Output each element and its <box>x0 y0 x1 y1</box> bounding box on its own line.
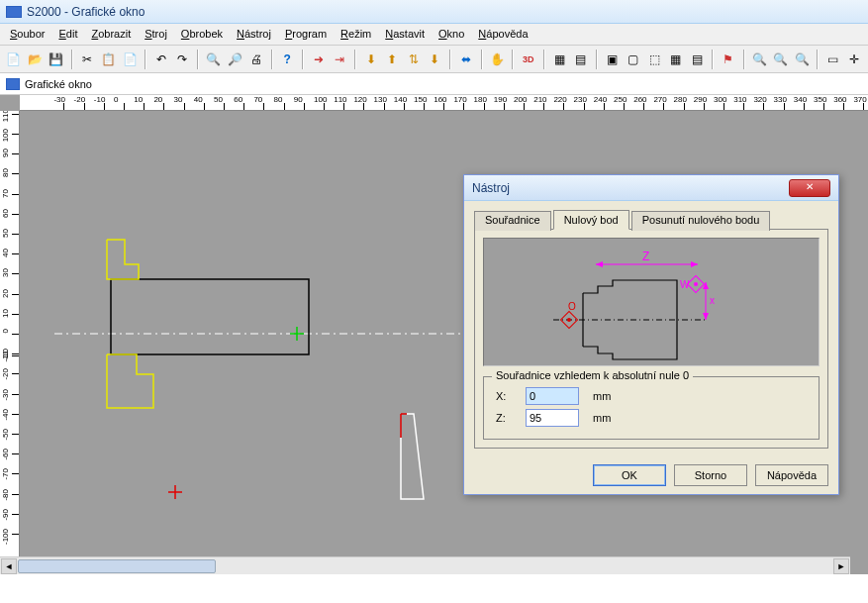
app-title: S2000 - Grafické okno <box>27 5 145 19</box>
open-icon[interactable]: 📂 <box>26 49 46 70</box>
svg-point-13 <box>694 282 698 286</box>
menu-program[interactable]: Program <box>279 26 333 43</box>
findnext-icon[interactable]: 🔎 <box>226 49 245 70</box>
panel2-icon[interactable]: ▢ <box>624 49 643 70</box>
z-label: Z: <box>496 412 516 424</box>
separator <box>481 50 483 69</box>
diagram-box: Z W x O <box>483 238 820 366</box>
toolbar: 📄 📂 💾 ✂ 📋 📄 ↶ ↷ 🔍 🔎 🖨 ? ➜ ⇥ ⬇ ⬆ ⇅ ⬇ ⬌ ✋ … <box>0 46 868 73</box>
menu-file[interactable]: Soubor <box>4 26 50 43</box>
paste-icon[interactable]: 📄 <box>121 49 141 70</box>
panel3-icon[interactable]: ⬚ <box>645 49 665 70</box>
group-legend: Souřadnice vzhledem k absolutní nule 0 <box>492 369 693 381</box>
o-label: O <box>568 301 576 312</box>
window-icon[interactable]: ▭ <box>823 49 843 70</box>
svg-marker-16 <box>703 313 709 320</box>
view2-icon[interactable]: ▤ <box>571 49 591 70</box>
panel4-icon[interactable]: ▦ <box>666 49 686 70</box>
step3-icon[interactable]: ⇅ <box>404 49 424 70</box>
view1-icon[interactable]: ▦ <box>550 49 570 70</box>
separator <box>596 50 598 69</box>
tool-dialog: Nástroj ✕ Souřadnice Nulový bod Posunutí… <box>463 174 839 495</box>
zoomfit-icon[interactable]: 🔍 <box>793 49 813 70</box>
step2-icon[interactable]: ⬆ <box>383 49 403 70</box>
tab-coordinates[interactable]: Souřadnice <box>474 211 551 231</box>
arrow-in-icon[interactable]: ➜ <box>309 49 329 70</box>
scroll-thumb[interactable] <box>18 559 216 573</box>
dialog-buttons: OK Storno Nápověda <box>464 456 838 494</box>
separator <box>543 50 545 69</box>
menu-window[interactable]: Okno <box>433 26 470 43</box>
zoomin-icon[interactable]: 🔍 <box>750 49 770 70</box>
scroll-left-arrow[interactable]: ◄ <box>1 558 17 574</box>
x-unit: mm <box>593 390 611 402</box>
redo-icon[interactable]: ↷ <box>173 49 193 70</box>
flag-icon[interactable]: ⚑ <box>719 49 738 70</box>
hand-icon[interactable]: ✋ <box>488 49 508 70</box>
separator <box>197 50 199 69</box>
menu-mode[interactable]: Režim <box>335 26 377 43</box>
separator <box>354 50 356 69</box>
x-label: X: <box>496 390 516 402</box>
step4-icon[interactable]: ⬇ <box>426 49 445 70</box>
cut-icon[interactable]: ✂ <box>78 49 98 70</box>
svg-point-19 <box>567 318 571 322</box>
3d-icon[interactable]: 3D <box>519 49 538 70</box>
svg-rect-1 <box>111 279 309 354</box>
dialog-body: Souřadnice Nulový bod Posunutí nulového … <box>464 201 838 456</box>
copy-icon[interactable]: 📋 <box>99 49 119 70</box>
menu-machine[interactable]: Stroj <box>139 26 173 43</box>
find-icon[interactable]: 🔍 <box>204 49 224 70</box>
ruler-vertical: -110102030405060708090100110-10-20-30-40… <box>0 111 20 574</box>
scroll-right-arrow[interactable]: ► <box>833 558 849 574</box>
separator <box>743 50 745 69</box>
menu-tool[interactable]: Nástroj <box>231 26 277 43</box>
help-button[interactable]: Nápověda <box>755 464 828 486</box>
titlebar: S2000 - Grafické okno <box>0 0 868 24</box>
insert-icon[interactable]: ⬌ <box>456 49 476 70</box>
tab-content: Z W x O Souřadnice vzhledem k <box>474 230 828 449</box>
undo-icon[interactable]: ↶ <box>151 49 171 70</box>
help-icon[interactable]: ? <box>278 49 298 70</box>
print-icon[interactable]: 🖨 <box>246 49 266 70</box>
menu-view[interactable]: Zobrazit <box>85 26 137 43</box>
zoomout-icon[interactable]: 🔍 <box>771 49 791 70</box>
x-input[interactable] <box>526 387 579 405</box>
crosshair-icon[interactable]: ✛ <box>845 49 865 70</box>
panel1-icon[interactable]: ▣ <box>603 49 623 70</box>
dialog-titlebar[interactable]: Nástroj ✕ <box>464 175 838 201</box>
dialog-title-text: Nástroj <box>472 181 510 195</box>
new-icon[interactable]: 📄 <box>4 49 24 70</box>
separator <box>449 50 451 69</box>
save-icon[interactable]: 💾 <box>47 49 66 70</box>
panel5-icon[interactable]: ▤ <box>688 49 708 70</box>
menu-help[interactable]: Nápověda <box>472 26 533 43</box>
tab-zero-point[interactable]: Nulový bod <box>553 210 629 230</box>
arrow-box-icon[interactable]: ⇥ <box>331 49 350 70</box>
ok-button[interactable]: OK <box>593 464 666 486</box>
doc-title: Grafické okno <box>25 78 92 90</box>
z-input[interactable] <box>526 409 579 427</box>
z-unit: mm <box>593 412 611 424</box>
app-icon <box>6 6 22 18</box>
close-button[interactable]: ✕ <box>789 179 830 197</box>
menu-settings[interactable]: Nastavit <box>379 26 431 43</box>
menu-workpiece[interactable]: Obrobek <box>175 26 229 43</box>
separator <box>302 50 304 69</box>
doc-icon <box>6 78 20 90</box>
step-icon[interactable]: ⬇ <box>361 49 381 70</box>
separator <box>817 50 819 69</box>
scrollbar-horizontal[interactable]: ◄ ► <box>0 556 850 574</box>
x-field-row: X: mm <box>496 387 807 405</box>
coords-group: Souřadnice vzhledem k absolutní nule 0 X… <box>483 376 820 440</box>
tab-zero-shift[interactable]: Posunutí nulového bodu <box>631 211 771 231</box>
cancel-button[interactable]: Storno <box>674 464 747 486</box>
svg-marker-10 <box>596 261 603 267</box>
svg-marker-11 <box>691 261 698 267</box>
menu-edit[interactable]: Edit <box>52 26 83 43</box>
document-title-bar: Grafické okno <box>0 73 868 95</box>
menubar: Soubor Edit Zobrazit Stroj Obrobek Nástr… <box>0 24 868 46</box>
z-field-row: Z: mm <box>496 409 807 427</box>
separator <box>712 50 714 69</box>
z-label: Z <box>642 250 649 263</box>
